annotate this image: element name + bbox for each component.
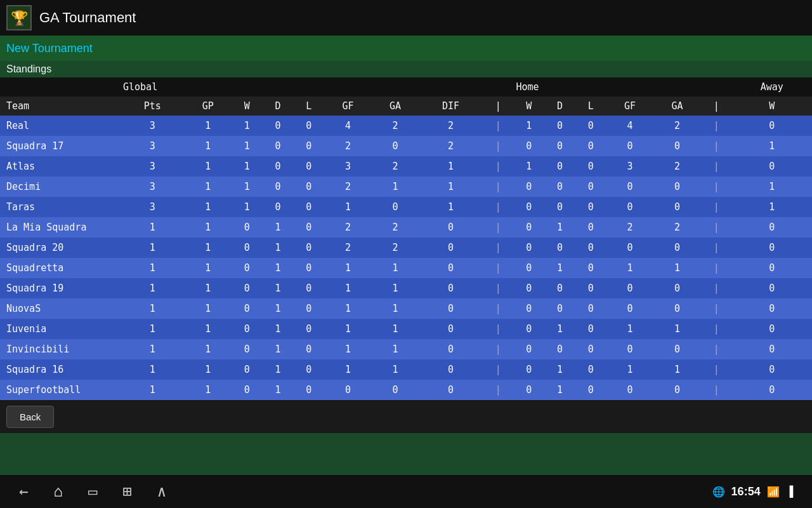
stat-cell: 3: [121, 116, 184, 136]
stat-cell: 0: [293, 177, 324, 197]
stat-cell: 1: [372, 359, 419, 380]
team-name: Squadra 16: [0, 359, 121, 380]
stat-cell: 1: [372, 258, 419, 278]
col-ga: GA: [372, 97, 419, 116]
stat-cell: 0: [575, 217, 606, 237]
wifi-icon: 📶: [767, 486, 780, 498]
stat-cell: 1: [544, 319, 575, 339]
table-row: Squadretta11010110|01011|0: [0, 258, 812, 278]
team-header-group: [0, 77, 121, 97]
col-l: L: [293, 97, 324, 116]
stat-cell: 2: [419, 136, 482, 156]
stat-cell: 1: [232, 156, 263, 177]
stat-cell: 3: [121, 136, 184, 156]
status-area: 🌐 16:54 📶 ▐: [712, 485, 793, 498]
stat-cell: 0: [653, 298, 701, 319]
stat-cell: |: [701, 136, 732, 156]
new-tournament-link[interactable]: New Tournament: [6, 42, 93, 55]
stat-cell: 2: [653, 156, 701, 177]
stat-cell: |: [483, 156, 514, 177]
table-row: Atlas31100321|10032|0: [0, 156, 812, 177]
stat-cell: 1: [606, 359, 654, 380]
stat-cell: 0: [293, 217, 324, 237]
nav-recent-icon[interactable]: ▭: [88, 483, 97, 500]
standings-table: Global Home Away Team Pts GP W D L GF GA…: [0, 77, 812, 400]
stat-cell: 2: [324, 237, 372, 258]
global-network-icon: 🌐: [712, 486, 725, 498]
stat-cell: 1: [324, 319, 372, 339]
stat-cell: 4: [606, 116, 654, 136]
stat-cell: |: [701, 156, 732, 177]
stat-cell: |: [701, 258, 732, 278]
standings-table-container: Global Home Away Team Pts GP W D L GF GA…: [0, 77, 812, 400]
table-row: La Mia Squadra11010220|01022|0: [0, 217, 812, 237]
stat-cell: 1: [184, 197, 232, 217]
stat-cell: 0: [606, 298, 654, 319]
stat-cell: |: [483, 136, 514, 156]
col-hgf: GF: [606, 97, 654, 116]
stat-cell: 0: [606, 136, 654, 156]
nav-up-icon[interactable]: ∧: [157, 483, 166, 500]
stat-cell: 3: [121, 156, 184, 177]
stat-cell: 1: [419, 156, 482, 177]
stat-cell: 0: [232, 237, 263, 258]
stat-cell: 0: [514, 197, 545, 217]
back-button[interactable]: Back: [6, 406, 54, 428]
stat-cell: 0: [653, 339, 701, 359]
stat-cell: 1: [372, 319, 419, 339]
team-name: Squadra 19: [0, 278, 121, 298]
col-hl: L: [575, 97, 606, 116]
group-header-row: Global Home Away: [0, 77, 812, 97]
stat-cell: 0: [514, 359, 545, 380]
new-tournament-bar: New Tournament: [0, 36, 812, 61]
stat-cell: 0: [232, 258, 263, 278]
stat-cell: 1: [121, 237, 184, 258]
stat-cell: 0: [514, 217, 545, 237]
stat-cell: 0: [293, 380, 324, 400]
stat-cell: |: [701, 237, 732, 258]
stat-cell: 1: [121, 319, 184, 339]
col-pts: Pts: [121, 97, 184, 116]
stat-cell: 1: [544, 359, 575, 380]
stat-cell: 1: [732, 197, 812, 217]
stat-cell: 1: [544, 258, 575, 278]
stat-cell: 0: [653, 177, 701, 197]
standings-label: Standings: [0, 61, 812, 77]
nav-back-icon[interactable]: ←: [19, 483, 28, 500]
stat-cell: |: [483, 217, 514, 237]
back-bar: Back: [0, 400, 812, 433]
table-row: Iuvenia11010110|01011|0: [0, 319, 812, 339]
stat-cell: 0: [544, 156, 575, 177]
stat-cell: 1: [184, 136, 232, 156]
col-w: W: [232, 97, 263, 116]
stat-cell: 0: [732, 319, 812, 339]
stat-cell: 0: [293, 298, 324, 319]
stat-cell: |: [701, 339, 732, 359]
stat-cell: 0: [732, 339, 812, 359]
stat-cell: 0: [575, 197, 606, 217]
stat-cell: |: [701, 380, 732, 400]
stat-cell: 1: [232, 136, 263, 156]
stat-cell: 1: [324, 258, 372, 278]
stat-cell: 1: [653, 359, 701, 380]
stat-cell: 0: [732, 298, 812, 319]
nav-bar: ← ⌂ ▭ ⊞ ∧ 🌐 16:54 📶 ▐: [0, 475, 812, 508]
stat-cell: 4: [324, 116, 372, 136]
stat-cell: 2: [419, 116, 482, 136]
stat-cell: 1: [419, 197, 482, 217]
stat-cell: 0: [324, 380, 372, 400]
stat-cell: 1: [263, 359, 294, 380]
nav-grid-icon[interactable]: ⊞: [122, 483, 131, 500]
stat-cell: 2: [324, 217, 372, 237]
stat-cell: 1: [121, 278, 184, 298]
team-name: Taras: [0, 197, 121, 217]
nav-home-icon[interactable]: ⌂: [53, 483, 62, 500]
stat-cell: 0: [606, 380, 654, 400]
stat-cell: 1: [372, 298, 419, 319]
stat-cell: 0: [372, 380, 419, 400]
stat-cell: 3: [121, 177, 184, 197]
stat-cell: 1: [121, 339, 184, 359]
stat-cell: |: [483, 278, 514, 298]
column-header-row: Team Pts GP W D L GF GA DIF | W D L GF G…: [0, 97, 812, 116]
table-row: Real31100422|10042|0: [0, 116, 812, 136]
